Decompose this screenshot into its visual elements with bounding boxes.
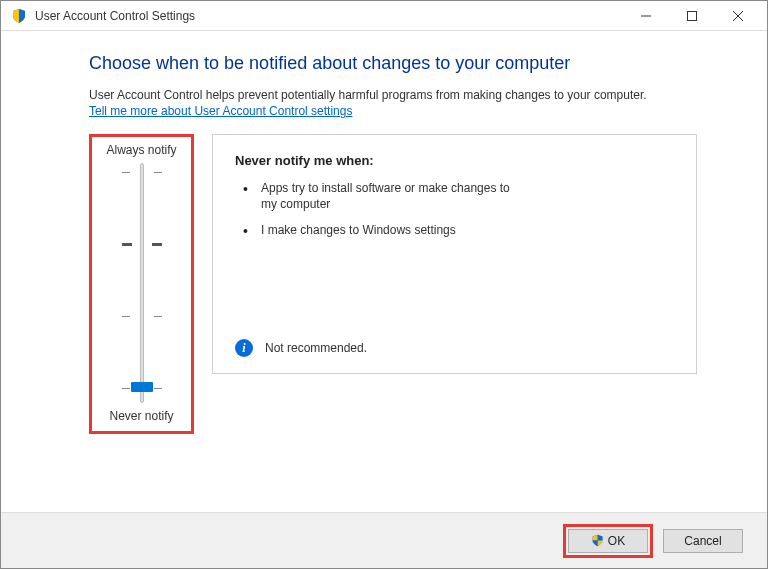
notification-slider-group: Always notify Never notify — [89, 134, 194, 434]
cancel-button[interactable]: Cancel — [663, 529, 743, 553]
slider-top-label: Always notify — [100, 143, 183, 157]
main-row: Always notify Never notify Never notify … — [89, 134, 697, 434]
minimize-button[interactable] — [623, 1, 669, 31]
ok-button[interactable]: OK — [568, 529, 648, 553]
shield-icon — [11, 8, 27, 24]
ok-button-label: OK — [608, 534, 625, 548]
panel-bullets: Apps try to install software or make cha… — [243, 180, 678, 239]
cancel-button-label: Cancel — [684, 534, 721, 548]
slider-track — [140, 163, 144, 403]
ok-highlight: OK — [563, 524, 653, 558]
panel-bullet: Apps try to install software or make cha… — [243, 180, 523, 212]
page-heading: Choose when to be notified about changes… — [89, 53, 697, 74]
uac-settings-window: User Account Control Settings Choose whe… — [0, 0, 768, 569]
notification-slider[interactable] — [100, 163, 183, 403]
maximize-button[interactable] — [669, 1, 715, 31]
titlebar: User Account Control Settings — [1, 1, 767, 31]
window-title: User Account Control Settings — [35, 9, 195, 23]
panel-heading: Never notify me when: — [235, 153, 678, 168]
learn-more-link[interactable]: Tell me more about User Account Control … — [89, 104, 697, 118]
page-description: User Account Control helps prevent poten… — [89, 88, 697, 102]
info-icon: i — [235, 339, 253, 357]
close-button[interactable] — [715, 1, 761, 31]
footer: OK Cancel — [1, 512, 767, 568]
slider-thumb[interactable] — [131, 382, 153, 392]
panel-bullet: I make changes to Windows settings — [243, 222, 523, 238]
content-area: Choose when to be notified about changes… — [1, 31, 767, 512]
shield-icon — [591, 534, 604, 547]
svg-rect-1 — [688, 11, 697, 20]
slider-bottom-label: Never notify — [100, 409, 183, 423]
recommendation-row: i Not recommended. — [235, 339, 367, 357]
level-info-panel: Never notify me when: Apps try to instal… — [212, 134, 697, 374]
recommendation-text: Not recommended. — [265, 341, 367, 355]
